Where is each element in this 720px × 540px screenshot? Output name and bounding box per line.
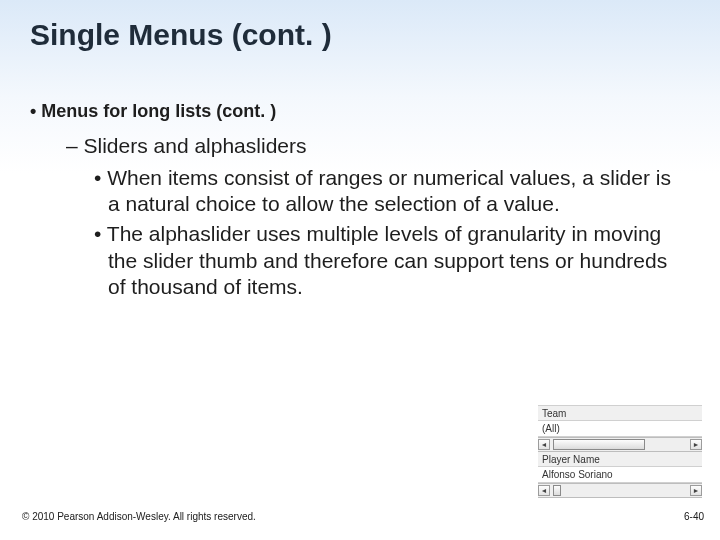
slider-thumb-team[interactable] — [553, 439, 645, 450]
alphaslider-widget: Team (All) ◄ ► Player Name Alfonso Soria… — [538, 405, 702, 498]
arrow-left-icon[interactable]: ◄ — [538, 439, 550, 450]
slide-content: Menus for long lists (cont. ) Sliders an… — [30, 100, 696, 304]
widget-value-team: (All) — [538, 420, 702, 437]
bullet-level3-b: The alphaslider uses multiple levels of … — [108, 221, 696, 300]
bullet-level2: Sliders and alphasliders — [66, 133, 696, 159]
slider-thumb-player[interactable] — [553, 485, 561, 496]
slide: Single Menus (cont. ) Menus for long lis… — [0, 0, 720, 540]
widget-value-player: Alfonso Soriano — [538, 466, 702, 483]
arrow-right-icon[interactable]: ► — [690, 439, 702, 450]
footer-page-number: 6-40 — [684, 511, 704, 522]
bullet-level3-a: When items consist of ranges or numerica… — [108, 165, 696, 218]
slider-mid-team[interactable] — [550, 439, 690, 450]
slider-track-player[interactable]: ◄ ► — [538, 483, 702, 498]
arrow-right-icon[interactable]: ► — [690, 485, 702, 496]
slider-mid-player[interactable] — [550, 485, 690, 496]
bullet-level1: Menus for long lists (cont. ) — [30, 100, 696, 123]
widget-label-team: Team — [538, 406, 702, 420]
footer-copyright: © 2010 Pearson Addison-Wesley. All right… — [22, 511, 256, 522]
slide-title: Single Menus (cont. ) — [30, 18, 332, 52]
widget-label-player: Player Name — [538, 452, 702, 466]
slider-track-team[interactable]: ◄ ► — [538, 437, 702, 452]
arrow-left-icon[interactable]: ◄ — [538, 485, 550, 496]
